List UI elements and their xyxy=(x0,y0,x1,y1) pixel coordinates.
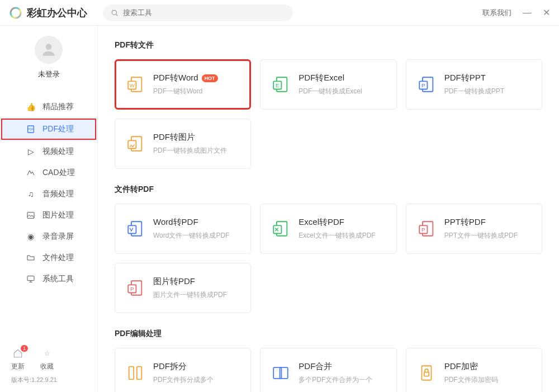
record-icon: ◉ xyxy=(26,232,36,241)
update-badge: 1 xyxy=(21,345,28,352)
music-icon: ♫ xyxy=(26,190,36,199)
sidebar-footer: 1 更新 ☆ 收藏 版本号:1.22.9.21 xyxy=(0,339,97,392)
card-ppt-to-pdf[interactable]: P PPT转PDFPPT文件一键转换成PDF xyxy=(406,204,542,254)
excel-pdf-icon xyxy=(271,219,291,239)
svg-rect-36 xyxy=(424,372,429,376)
merge-icon xyxy=(271,363,291,383)
svg-rect-35 xyxy=(421,366,431,380)
logo-icon xyxy=(9,6,22,20)
titlebar: 彩虹办公中心 联系我们 — ✕ xyxy=(0,0,559,26)
user-label: 未登录 xyxy=(0,69,97,79)
split-icon xyxy=(125,363,145,383)
card-image-to-pdf[interactable]: P 图片转PDF图片文件一键转换成PDF xyxy=(115,263,251,313)
card-pdf-merge[interactable]: PDF合并多个PDF文件合并为一个 xyxy=(260,348,396,392)
close-button[interactable]: ✕ xyxy=(543,7,550,18)
svg-point-3 xyxy=(46,44,52,50)
svg-text:PDF: PDF xyxy=(28,128,33,131)
card-excel-to-pdf[interactable]: Excel转PDFExcel文件一键转换成PDF xyxy=(260,204,396,254)
svg-rect-20 xyxy=(128,140,136,148)
svg-text:P: P xyxy=(421,226,425,233)
svg-line-2 xyxy=(116,14,118,16)
nav: 👍精品推荐 PDFPDF处理 ▷视频处理 CAD处理 ♫音频处理 图片处理 ◉录… xyxy=(0,91,97,290)
avatar[interactable] xyxy=(35,36,63,64)
card-grid: PDF拆分PDF文件拆分成多个 PDF合并多个PDF文件合并为一个 PDF加密P… xyxy=(115,348,542,392)
section-title: PDF编辑处理 xyxy=(115,329,542,339)
minimize-button[interactable]: — xyxy=(523,8,532,18)
cad-icon xyxy=(26,168,36,177)
favorite-button[interactable]: ☆ 收藏 xyxy=(40,347,54,371)
app-title: 彩虹办公中心 xyxy=(27,6,87,20)
svg-text:W: W xyxy=(130,82,135,88)
word-icon: W xyxy=(125,74,145,95)
card-pdf-to-ppt[interactable]: P PDF转PPTPDF一键转换成PPT xyxy=(406,59,542,110)
user-icon xyxy=(40,41,58,59)
update-button[interactable]: 1 更新 xyxy=(11,347,25,371)
image-icon xyxy=(26,211,36,220)
image-file-icon xyxy=(125,134,145,154)
hot-badge: HOT xyxy=(202,74,218,82)
monitor-icon xyxy=(26,275,36,284)
excel-icon: E xyxy=(271,74,291,95)
ppt-pdf-icon: P xyxy=(416,219,437,239)
play-icon: ▷ xyxy=(26,147,36,156)
lock-icon xyxy=(416,363,437,383)
search-box[interactable] xyxy=(103,4,293,21)
card-pdf-to-excel[interactable]: E PDF转ExcelPDF一键转换成Excel xyxy=(260,59,396,110)
svg-text:P: P xyxy=(421,82,425,88)
contact-link[interactable]: 联系我们 xyxy=(482,8,511,18)
svg-rect-6 xyxy=(27,212,34,219)
star-icon: ☆ xyxy=(41,347,53,360)
svg-rect-31 xyxy=(129,367,134,380)
main-content: PDF转文件 W PDF转WordHOT PDF一键转Word E PDF转Ex… xyxy=(98,26,559,392)
svg-text:P: P xyxy=(130,286,134,292)
card-pdf-to-word[interactable]: W PDF转WordHOT PDF一键转Word xyxy=(115,59,251,110)
search-input[interactable] xyxy=(123,8,285,17)
card-pdf-encrypt[interactable]: PDF加密PDF文件添加密码 xyxy=(406,348,542,392)
user-section[interactable]: 未登录 xyxy=(0,26,97,91)
version-label: 版本号:1.22.9.21 xyxy=(11,376,86,384)
card-pdf-split[interactable]: PDF拆分PDF文件拆分成多个 xyxy=(115,348,251,392)
folder-icon xyxy=(26,253,36,262)
nav-video[interactable]: ▷视频处理 xyxy=(0,141,97,162)
thumbs-up-icon: 👍 xyxy=(26,102,36,111)
card-grid: Word转PDFWord文件一键转换成PDF Excel转PDFExcel文件一… xyxy=(115,204,542,313)
nav-record[interactable]: ◉录音录屏 xyxy=(0,226,97,247)
card-grid: W PDF转WordHOT PDF一键转Word E PDF转ExcelPDF一… xyxy=(115,59,542,169)
word-pdf-icon xyxy=(125,219,145,239)
nav-image[interactable]: 图片处理 xyxy=(0,205,97,226)
nav-cad[interactable]: CAD处理 xyxy=(0,162,97,183)
nav-pdf[interactable]: PDFPDF处理 xyxy=(0,117,97,141)
card-word-to-pdf[interactable]: Word转PDFWord文件一键转换成PDF xyxy=(115,204,251,254)
sidebar: 未登录 👍精品推荐 PDFPDF处理 ▷视频处理 CAD处理 ♫音频处理 图片处… xyxy=(0,26,98,392)
nav-featured[interactable]: 👍精品推荐 xyxy=(0,96,97,117)
pdf-icon: PDF xyxy=(26,125,36,134)
nav-system[interactable]: 系统工具 xyxy=(0,268,97,290)
nav-file[interactable]: 文件处理 xyxy=(0,247,97,268)
svg-text:E: E xyxy=(276,82,280,88)
ppt-icon: P xyxy=(416,74,437,95)
svg-point-1 xyxy=(112,10,116,15)
section-title: PDF转文件 xyxy=(115,40,542,50)
app-logo: 彩虹办公中心 xyxy=(9,6,87,20)
image-pdf-icon: P xyxy=(125,278,145,298)
search-icon xyxy=(111,9,119,17)
svg-rect-32 xyxy=(137,367,142,380)
section-title: 文件转PDF xyxy=(115,185,542,195)
card-pdf-to-image[interactable]: PDF转图片PDF一键转换成图片文件 xyxy=(115,119,251,169)
svg-rect-7 xyxy=(27,276,34,281)
nav-audio[interactable]: ♫音频处理 xyxy=(0,183,97,205)
svg-point-0 xyxy=(11,8,21,18)
svg-rect-24 xyxy=(274,225,282,233)
